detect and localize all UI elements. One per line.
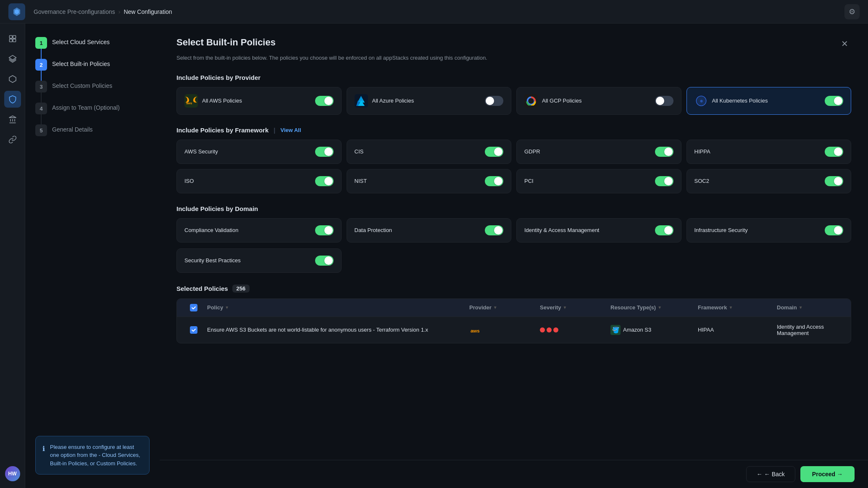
breadcrumb-parent[interactable]: Governance Pre-configurations [34,8,115,15]
step-5-label[interactable]: General Details [52,124,93,136]
severity-dot-3 [553,327,558,332]
framework-aws-security-toggle[interactable] [315,147,334,157]
azure-icon [355,94,368,108]
col-severity[interactable]: Severity ▼ [540,304,607,311]
page-title: Select Built-in Policies [176,37,276,48]
bottom-spacer [176,343,851,377]
domain-iam-toggle[interactable] [655,225,673,235]
framework-nist-toggle[interactable] [485,176,503,186]
row-checkbox[interactable] [184,326,204,334]
domain-card-compliance[interactable]: Compliance Validation [176,218,342,243]
row-domain: Identity and Access Management [777,324,844,336]
resource-badge: 🪣 Amazon S3 [610,325,694,335]
framework-card-aws-security[interactable]: AWS Security [176,140,342,164]
step-4-label[interactable]: Assign to Team (Optional) [52,103,120,124]
framework-section-heading: Include Policies by Framework | View All [176,127,851,134]
svg-text:aws: aws [471,328,480,333]
sidebar-item-home[interactable] [4,30,21,47]
select-all-checkbox[interactable] [190,304,197,311]
col-policy[interactable]: Policy ▼ [207,304,466,311]
info-box: ℹ Please ensure to configure at least on… [35,436,150,475]
domain-infra-security-toggle[interactable] [825,225,843,235]
framework-card-cis[interactable]: CIS [347,140,512,164]
policy-sort-icon: ▼ [225,305,229,310]
azure-label: All Azure Policies [372,98,414,104]
framework-cis-toggle[interactable] [485,147,503,157]
provider-sort-icon: ▼ [493,305,497,310]
sidebar-bottom: HW [5,466,20,481]
framework-sort-icon: ▼ [729,305,733,310]
step-1-number: 1 [35,37,47,49]
domain-card-infra-security[interactable]: Infrastructure Security [687,218,852,243]
domain-card-data-protection[interactable]: Data Protection [347,218,512,243]
framework-iso-toggle[interactable] [315,176,334,186]
provider-section-title: Include Policies by Provider [176,74,260,81]
provider-card-gcp[interactable]: All GCP Policies [516,87,681,115]
k8s-toggle[interactable] [825,96,843,106]
domain-card-iam[interactable]: Identity & Access Management [516,218,681,243]
aws-toggle[interactable] [315,96,334,106]
framework-card-gdpr[interactable]: GDPR [516,140,681,164]
steps-sidebar: 1 Select Cloud Services 2 Select Built-i… [25,24,160,488]
proceed-label: Proceed → [812,471,843,477]
col-provider[interactable]: Provider ▼ [469,304,537,311]
col-resource[interactable]: Resource Type(s) ▼ [610,304,694,311]
domain-data-protection-label: Data Protection [355,227,392,233]
framework-card-hippa[interactable]: HIPPA [687,140,852,164]
domain-card-security-best[interactable]: Security Best Practices [176,248,342,273]
back-button[interactable]: ← ← Back [746,466,795,482]
framework-card-nist[interactable]: NIST [347,169,512,193]
breadcrumb-separator: › [118,8,121,15]
domain-iam-label: Identity & Access Management [524,227,599,233]
table-row: Ensure AWS S3 Buckets are not world-list… [177,317,851,343]
gcp-toggle[interactable] [655,96,673,106]
framework-gdpr-toggle[interactable] [655,147,673,157]
bottom-bar: ← ← Back Proceed → [160,460,868,488]
row-check[interactable] [190,326,197,334]
framework-card-soc2[interactable]: SOC2 [687,169,852,193]
domain-security-best-toggle[interactable] [315,256,334,266]
user-avatar[interactable]: HW [5,466,20,481]
col-framework[interactable]: Framework ▼ [698,304,773,311]
row-provider: aws [469,325,537,335]
framework-hippa-label: HIPPA [694,148,710,155]
settings-button[interactable]: ⚙ [844,4,860,19]
svg-marker-10 [9,116,16,118]
framework-soc2-label: SOC2 [694,178,709,184]
table-header-checkbox[interactable] [184,304,204,311]
provider-card-aws[interactable]: aws All AWS Policies [176,87,342,115]
azure-toggle[interactable] [485,96,503,106]
domain-data-protection-toggle[interactable] [485,225,503,235]
sidebar-item-layers[interactable] [4,50,21,67]
providers-grid: aws All AWS Policies [176,87,851,115]
domain-compliance-toggle[interactable] [315,225,334,235]
framework-soc2-toggle[interactable] [825,176,843,186]
sidebar-item-bank[interactable] [4,111,21,128]
provider-card-azure[interactable]: All Azure Policies [347,87,512,115]
framework-hippa-toggle[interactable] [825,147,843,157]
close-button[interactable]: ✕ [838,37,851,50]
step-3-label[interactable]: Select Custom Policies [52,81,112,103]
step-1-label[interactable]: Select Cloud Services [52,37,110,59]
provider-section-heading: Include Policies by Provider [176,74,851,81]
step-2-label[interactable]: Select Built-in Policies [52,59,110,81]
frameworks-grid: AWS Security CIS GDPR HIPP [176,140,851,193]
sidebar-item-shield[interactable] [4,91,21,108]
framework-pci-toggle[interactable] [655,176,673,186]
sidebar-item-link[interactable] [4,131,21,148]
col-domain[interactable]: Domain ▼ [777,304,844,311]
framework-card-iso[interactable]: ISO [176,169,342,193]
svg-rect-3 [13,39,16,42]
provider-card-k8s[interactable]: ⎈ All Kubernetes Policies [687,87,852,115]
aws-icon: aws [184,94,198,108]
step-4: 4 Assign to Team (Optional) [35,103,150,124]
resource-sort-icon: ▼ [658,305,662,310]
framework-card-pci[interactable]: PCI [516,169,681,193]
framework-cis-label: CIS [355,148,364,155]
selected-policies-title: Selected Policies [176,285,228,292]
sidebar-item-hexagon[interactable] [4,71,21,87]
proceed-button[interactable]: Proceed → [800,466,855,482]
severity-dot-2 [547,327,552,332]
view-all-link[interactable]: View All [280,127,301,133]
step-2-number: 2 [35,59,47,71]
